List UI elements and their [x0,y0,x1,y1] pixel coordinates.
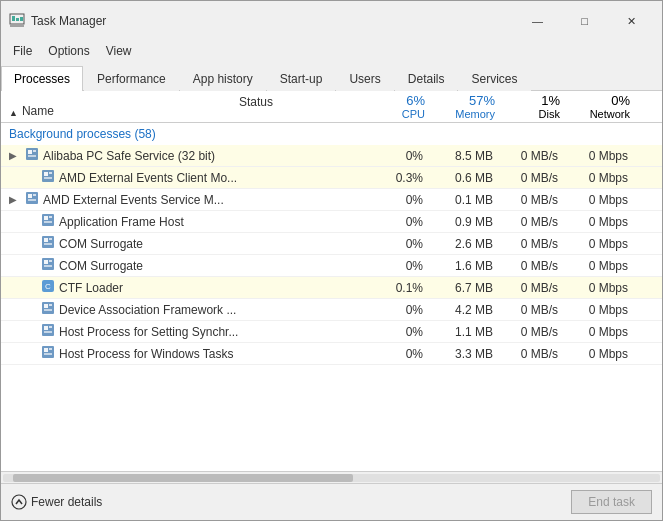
process-name-label: COM Surrogate [59,237,143,251]
svg-rect-28 [44,265,52,267]
minimize-button[interactable]: — [515,7,560,35]
taskmanager-icon [9,13,25,29]
tab-startup[interactable]: Start-up [267,66,336,91]
svg-rect-8 [28,155,36,157]
memory-cell: 1.6 MB [429,257,499,275]
table-body[interactable]: Background processes (58) ▶Alibaba PC Sa… [1,123,662,471]
disk-cell: 0 MB/s [499,147,564,165]
memory-cell: 3.3 MB [429,345,499,363]
process-name-label: Host Process for Windows Tasks [59,347,234,361]
end-task-button[interactable]: End task [571,490,652,514]
svg-text:C: C [45,282,51,291]
tab-performance[interactable]: Performance [84,66,179,91]
svg-rect-40 [44,348,48,352]
menu-view[interactable]: View [98,41,140,61]
disk-cell: 0 MB/s [499,345,564,363]
network-cell: 0 Mbps [564,169,634,187]
process-name-label: Alibaba PC Safe Service (32 bit) [43,149,215,163]
chevron-up-icon [11,494,27,510]
cpu-cell: 0.1% [359,279,429,297]
scroll-track[interactable] [3,474,660,482]
process-name-label: AMD External Events Service M... [43,193,224,207]
group-header-background[interactable]: Background processes (58) [1,123,662,145]
col-header-cpu[interactable]: 6% CPU [359,91,429,122]
svg-rect-27 [49,260,52,262]
tab-apphistory[interactable]: App history [180,66,266,91]
network-cell: 0 Mbps [564,301,634,319]
disk-cell: 0 MB/s [499,213,564,231]
title-bar: Task Manager — □ ✕ [1,1,662,39]
menu-file[interactable]: File [5,41,40,61]
svg-rect-26 [44,260,48,264]
process-name-cell: COM Surrogate [1,233,359,254]
table-row[interactable]: COM Surrogate0%2.6 MB0 MB/s0 Mbps [1,233,662,255]
process-icon: C [41,279,55,296]
svg-rect-15 [33,194,36,196]
network-cell: 0 Mbps [564,323,634,341]
fewer-details-button[interactable]: Fewer details [11,494,102,510]
svg-rect-16 [28,199,36,201]
svg-rect-18 [44,216,48,220]
svg-rect-1 [12,16,15,21]
svg-rect-34 [44,309,52,311]
process-name-cell: ▶AMD External Events Service M... [1,189,359,210]
disk-cell: 0 MB/s [499,301,564,319]
expand-arrow[interactable]: ▶ [9,194,21,205]
task-manager-window: Task Manager — □ ✕ File Options View Pro… [0,0,663,521]
table-row[interactable]: Host Process for Windows Tasks0%3.3 MB0 … [1,343,662,365]
menu-options[interactable]: Options [40,41,97,61]
svg-rect-37 [49,326,52,328]
process-name-label: AMD External Events Client Mo... [59,171,237,185]
cpu-cell: 0% [359,147,429,165]
memory-cell: 8.5 MB [429,147,499,165]
maximize-button[interactable]: □ [562,7,607,35]
process-name-label: Device Association Framework ... [59,303,236,317]
column-headers: ▲ Name Status 6% CPU 57% Memory 1% Disk … [1,91,662,123]
table-row[interactable]: Host Process for Setting Synchr...0%1.1 … [1,321,662,343]
table-container: Background processes (58) ▶Alibaba PC Sa… [1,123,662,471]
network-cell: 0 Mbps [564,235,634,253]
col-header-network[interactable]: 0% Network [564,91,634,122]
menu-bar: File Options View [1,39,662,63]
table-row[interactable]: Application Frame Host0%0.9 MB0 MB/s0 Mb… [1,211,662,233]
expand-arrow[interactable]: ▶ [9,150,21,161]
table-row[interactable]: ▶Alibaba PC Safe Service (32 bit)0%8.5 M… [1,145,662,167]
table-row[interactable]: ▶AMD External Events Service M...0%0.1 M… [1,189,662,211]
table-row[interactable]: COM Surrogate0%1.6 MB0 MB/s0 Mbps [1,255,662,277]
tab-services[interactable]: Services [458,66,530,91]
svg-rect-6 [28,150,32,154]
svg-rect-19 [49,216,52,218]
svg-rect-2 [16,18,19,21]
tab-users[interactable]: Users [336,66,393,91]
close-button[interactable]: ✕ [609,7,654,35]
svg-rect-7 [33,150,36,152]
svg-rect-14 [28,194,32,198]
svg-rect-10 [44,172,48,176]
tab-details[interactable]: Details [395,66,458,91]
process-name-label: COM Surrogate [59,259,143,273]
process-list: ▶Alibaba PC Safe Service (32 bit)0%8.5 M… [1,145,662,365]
svg-rect-41 [49,348,52,350]
disk-cell: 0 MB/s [499,191,564,209]
table-row[interactable]: CCTF Loader0.1%6.7 MB0 MB/s0 Mbps [1,277,662,299]
svg-rect-11 [49,172,52,174]
memory-cell: 0.1 MB [429,191,499,209]
table-row[interactable]: Device Association Framework ...0%4.2 MB… [1,299,662,321]
cpu-cell: 0.3% [359,169,429,187]
tab-processes[interactable]: Processes [1,66,83,91]
scroll-thumb[interactable] [13,474,353,482]
svg-rect-42 [44,353,52,355]
horizontal-scrollbar[interactable] [1,471,662,483]
table-row[interactable]: AMD External Events Client Mo...0.3%0.6 … [1,167,662,189]
svg-rect-3 [20,17,23,21]
col-header-status[interactable]: Status [231,91,359,122]
col-header-disk[interactable]: 1% Disk [499,91,564,122]
memory-cell: 2.6 MB [429,235,499,253]
process-icon [25,191,39,208]
process-name-cell: COM Surrogate [1,255,359,276]
col-header-memory[interactable]: 57% Memory [429,91,499,122]
memory-cell: 4.2 MB [429,301,499,319]
col-header-name[interactable]: ▲ Name [1,91,231,122]
main-content: ▲ Name Status 6% CPU 57% Memory 1% Disk … [1,91,662,483]
process-name-cell: CCTF Loader [1,277,359,298]
